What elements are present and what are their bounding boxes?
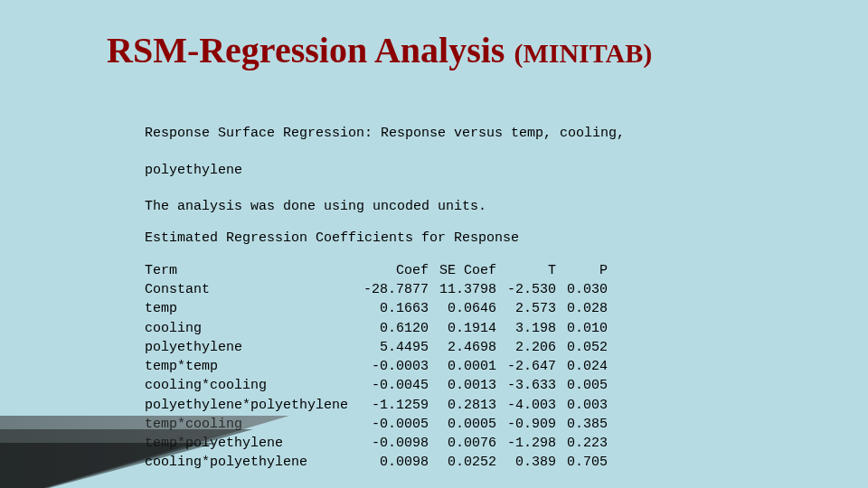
table-row: cooling0.61200.19143.1980.010	[145, 320, 613, 339]
cell-p: 0.010	[561, 320, 613, 339]
intro-line-1: Response Surface Regression: Response ve…	[145, 126, 625, 141]
cell-coef: -0.0098	[358, 435, 434, 454]
col-term: Term	[145, 262, 358, 281]
cell-se-coef: 0.0005	[434, 416, 502, 435]
title-sub: (MINITAB)	[514, 38, 652, 68]
slide: RSM-Regression Analysis (MINITAB) Respon…	[0, 0, 868, 488]
cell-coef: -0.0003	[358, 358, 434, 377]
cell-t: -3.633	[502, 377, 561, 396]
cell-coef: 0.0098	[358, 454, 434, 473]
table-row: temp*cooling-0.00050.0005-0.9090.385	[145, 416, 613, 435]
cell-coef: -0.0045	[358, 377, 434, 396]
cell-coef: -1.1259	[358, 397, 434, 416]
cell-t: 0.389	[502, 454, 561, 473]
cell-t: -4.003	[502, 397, 561, 416]
table-row: temp*temp-0.00030.0001-2.6470.024	[145, 358, 613, 377]
cell-t: 3.198	[502, 320, 561, 339]
cell-p: 0.705	[561, 454, 613, 473]
cell-p: 0.028	[561, 300, 613, 319]
cell-t: 2.206	[502, 339, 561, 358]
table-row: polyethylene*polyethylene-1.12590.2813-4…	[145, 397, 613, 416]
cell-p: 0.223	[561, 435, 613, 454]
cell-p: 0.052	[561, 339, 613, 358]
cell-term: temp*polyethylene	[145, 435, 358, 454]
cell-coef: -28.7877	[358, 281, 434, 300]
cell-term: cooling*polyethylene	[145, 454, 358, 473]
intro-line-3: The analysis was done using uncoded unit…	[145, 199, 486, 214]
col-se-coef: SE Coef	[434, 262, 502, 281]
intro-line-2: polyethylene	[145, 163, 242, 178]
cell-p: 0.003	[561, 397, 613, 416]
table-row: temp*polyethylene-0.00980.0076-1.2980.22…	[145, 435, 613, 454]
cell-term: cooling*cooling	[145, 377, 358, 396]
cell-term: Constant	[145, 281, 358, 300]
cell-se-coef: 0.0646	[434, 300, 502, 319]
table-row: cooling*polyethylene0.00980.02520.3890.7…	[145, 454, 613, 473]
cell-term: cooling	[145, 320, 358, 339]
cell-coef: 0.6120	[358, 320, 434, 339]
table-row: temp0.16630.06462.5730.028	[145, 300, 613, 319]
cell-t: 2.573	[502, 300, 561, 319]
cell-p: 0.030	[561, 281, 613, 300]
table-row: polyethylene5.44952.46982.2060.052	[145, 339, 613, 358]
cell-se-coef: 0.0252	[434, 454, 502, 473]
table-header-row: TermCoefSE CoefTP	[145, 262, 613, 281]
col-coef: Coef	[358, 262, 434, 281]
cell-t: -2.647	[502, 358, 561, 377]
cell-t: -2.530	[502, 281, 561, 300]
cell-term: temp	[145, 300, 358, 319]
section-heading: Estimated Regression Coefficients for Re…	[145, 230, 796, 248]
cell-se-coef: 0.1914	[434, 320, 502, 339]
cell-coef: 5.4495	[358, 339, 434, 358]
regression-table: TermCoefSE CoefTPConstant-28.787711.3798…	[145, 262, 613, 474]
title-main: RSM-Regression Analysis	[107, 30, 505, 70]
cell-coef: 0.1663	[358, 300, 434, 319]
col-t: T	[502, 262, 561, 281]
cell-term: temp*cooling	[145, 416, 358, 435]
cell-term: polyethylene*polyethylene	[145, 397, 358, 416]
cell-p: 0.024	[561, 358, 613, 377]
cell-se-coef: 11.3798	[434, 281, 502, 300]
cell-se-coef: 0.2813	[434, 397, 502, 416]
table-row: cooling*cooling-0.00450.0013-3.6330.005	[145, 377, 613, 396]
cell-t: -0.909	[502, 416, 561, 435]
cell-se-coef: 0.0001	[434, 358, 502, 377]
table-row: Constant-28.787711.3798-2.5300.030	[145, 281, 613, 300]
intro-paragraph: Response Surface Regression: Response ve…	[145, 107, 796, 217]
slide-title: RSM-Regression Analysis (MINITAB)	[107, 29, 652, 71]
cell-se-coef: 0.0076	[434, 435, 502, 454]
cell-term: polyethylene	[145, 339, 358, 358]
slide-body: Response Surface Regression: Response ve…	[145, 107, 796, 488]
cell-se-coef: 0.0013	[434, 377, 502, 396]
cell-p: 0.005	[561, 377, 613, 396]
cell-p: 0.385	[561, 416, 613, 435]
cell-t: -1.298	[502, 435, 561, 454]
col-p: P	[561, 262, 613, 281]
cell-coef: -0.0005	[358, 416, 434, 435]
cell-term: temp*temp	[145, 358, 358, 377]
cell-se-coef: 2.4698	[434, 339, 502, 358]
